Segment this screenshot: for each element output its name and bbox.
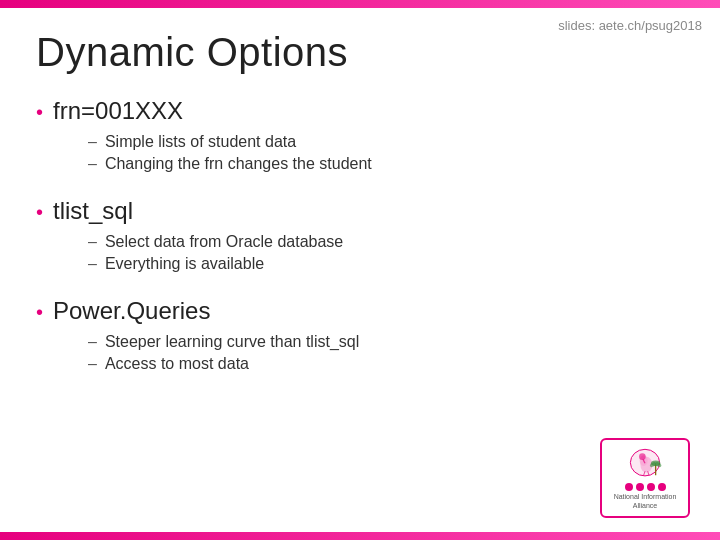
bullet-section-tlist: • tlist_sql – Select data from Oracle da… bbox=[36, 197, 684, 273]
page-title: Dynamic Options bbox=[36, 30, 684, 75]
logo-dot-1 bbox=[625, 483, 633, 491]
sub-bullet-pq-2: – Access to most data bbox=[88, 355, 684, 373]
bottom-bar bbox=[0, 532, 720, 540]
bullet-main-frn: • frn=001XXX bbox=[36, 97, 684, 125]
sub-bullet-tlist-2: – Everything is available bbox=[88, 255, 684, 273]
dash-icon: – bbox=[88, 355, 97, 373]
sub-bullets-tlist: – Select data from Oracle database – Eve… bbox=[36, 233, 684, 273]
slides-url: slides: aete.ch/psug2018 bbox=[558, 18, 702, 33]
logo-badge-dots bbox=[625, 483, 666, 491]
dash-icon: – bbox=[88, 133, 97, 151]
sub-bullet-pq-1: – Steeper learning curve than tlist_sql bbox=[88, 333, 684, 351]
logo-dot-4 bbox=[658, 483, 666, 491]
bullet-label-tlist: tlist_sql bbox=[53, 197, 133, 225]
logo-badge-text: National InformationAlliance bbox=[614, 493, 677, 510]
sub-bullet-frn-1: – Simple lists of student data bbox=[88, 133, 684, 151]
dash-icon: – bbox=[88, 255, 97, 273]
sub-text-tlist-1: Select data from Oracle database bbox=[105, 233, 343, 251]
top-bar bbox=[0, 0, 720, 8]
sub-bullet-frn-2: – Changing the frn changes the student bbox=[88, 155, 684, 173]
bullet-section-pq: • Power.Queries – Steeper learning curve… bbox=[36, 297, 684, 373]
dash-icon: – bbox=[88, 233, 97, 251]
dash-icon: – bbox=[88, 155, 97, 173]
svg-point-3 bbox=[639, 453, 646, 460]
sub-bullets-pq: – Steeper learning curve than tlist_sql … bbox=[36, 333, 684, 373]
bullet-dot-tlist: • bbox=[36, 201, 43, 224]
sub-bullets-frn: – Simple lists of student data – Changin… bbox=[36, 133, 684, 173]
logo-dot-2 bbox=[636, 483, 644, 491]
bullet-label-pq: Power.Queries bbox=[53, 297, 210, 325]
bullet-main-tlist: • tlist_sql bbox=[36, 197, 684, 225]
bullet-label-frn: frn=001XXX bbox=[53, 97, 183, 125]
bullet-dot-pq: • bbox=[36, 301, 43, 324]
bullet-dot-frn: • bbox=[36, 101, 43, 124]
logo-dot-3 bbox=[647, 483, 655, 491]
bullet-section-frn: • frn=001XXX – Simple lists of student d… bbox=[36, 97, 684, 173]
dash-icon: – bbox=[88, 333, 97, 351]
sub-bullet-tlist-1: – Select data from Oracle database bbox=[88, 233, 684, 251]
logo-badge: National InformationAlliance bbox=[600, 438, 690, 518]
sub-text-frn-2: Changing the frn changes the student bbox=[105, 155, 372, 173]
bullet-main-pq: • Power.Queries bbox=[36, 297, 684, 325]
sub-text-frn-1: Simple lists of student data bbox=[105, 133, 296, 151]
logo-badge-graphic bbox=[615, 446, 675, 479]
sub-text-tlist-2: Everything is available bbox=[105, 255, 264, 273]
sub-text-pq-2: Access to most data bbox=[105, 355, 249, 373]
sub-text-pq-1: Steeper learning curve than tlist_sql bbox=[105, 333, 359, 351]
